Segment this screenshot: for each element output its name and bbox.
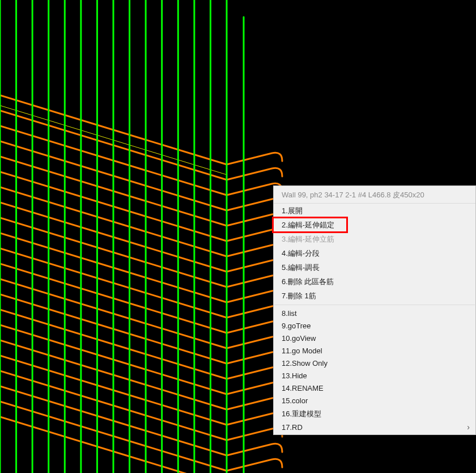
menu-item-list[interactable]: 8.list [274,307,475,319]
menu-item-expand[interactable]: 1.展開 [274,204,475,218]
menu-separator [274,305,475,305]
menu-item-edit-segment[interactable]: 4.編輯-分段 [274,246,475,260]
menu-item-delete-one[interactable]: 7.刪除 1筋 [274,289,475,303]
context-menu-title: Wall 99, ph2 34-17 2-1 #4 L466.8 皮450x20 [274,187,475,204]
menu-item-edit-extend-stirrup: 3.編輯-延伸立筋 [274,232,475,246]
menu-item-edit-extend-anchor[interactable]: 2.編輯-延伸錨定 [274,218,475,232]
menu-item-go-tree[interactable]: 9.goTree [274,319,475,332]
menu-item-rename[interactable]: 14.RENAME [274,382,475,394]
menu-item-color[interactable]: 15.color [274,394,475,407]
menu-item-rebuild-model[interactable]: 16.重建模型 [274,407,475,421]
context-menu: Wall 99, ph2 34-17 2-1 #4 L466.8 皮450x20… [273,185,476,435]
menu-item-go-model[interactable]: 11.go Model [274,344,475,357]
menu-item-go-view[interactable]: 10.goView [274,332,475,344]
menu-item-rd[interactable]: 17.RD [274,421,475,433]
menu-item-edit-length[interactable]: 5.編輯-調長 [274,260,475,274]
menu-item-hide[interactable]: 13.Hide [274,369,475,382]
menu-item-show-only[interactable]: 12.Show Only [274,357,475,369]
menu-item-delete-zone[interactable]: 6.刪除 此區各筋 [274,274,475,289]
